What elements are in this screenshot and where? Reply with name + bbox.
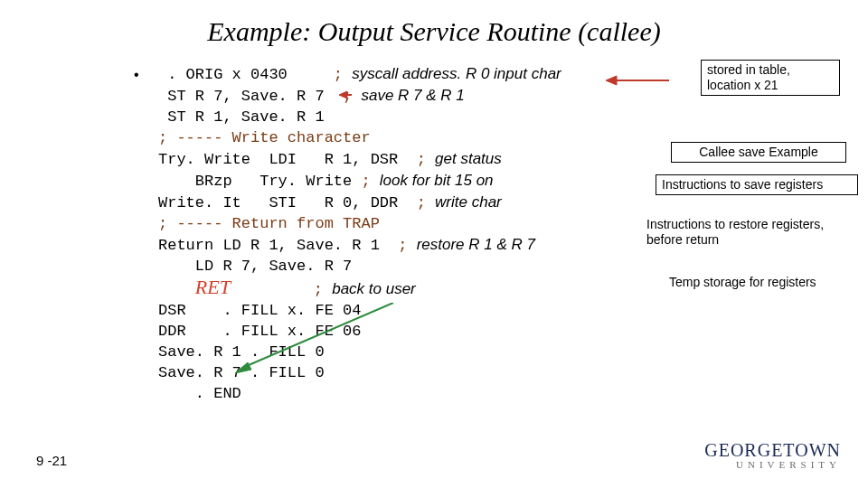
code-block: . ORIG x 0430 ; syscall address. R 0 inp… [158,63,637,404]
code-line-9c: restore R 1 & R 7 [417,236,535,253]
code-line-16: . END [158,385,241,402]
code-line-4: ; ----- Write character [158,129,371,146]
logo-bottom-text: UNIVERSITY [704,459,841,470]
code-line-11e: back to user [332,280,416,297]
code-line-1a: . ORIG x 0430 [158,66,334,83]
code-line-6a: BRzp Try. Write [158,173,361,190]
georgetown-logo: GEORGETOWN UNIVERSITY [704,440,841,470]
arrow-icon [235,303,398,375]
code-line-9b: ; [398,237,416,254]
logo-top-text: GEORGETOWN [704,440,841,460]
note-save-registers: Instructions to save registers [656,174,858,195]
svg-line-4 [242,303,393,368]
slide-number: 9 -21 [36,453,67,468]
code-line-11b: RET [195,276,231,298]
code-line-5a: Try. Write LDI R 1, DSR [158,151,417,168]
note-restore-registers: Instructions to restore registers,before… [646,217,859,248]
svg-marker-5 [235,362,251,373]
code-line-10: LD R 7, Save. R 7 [158,258,352,275]
code-line-5b: ; [417,151,435,168]
code-line-2a: ST R 7, Save. R 7 [158,88,343,105]
svg-marker-3 [339,91,347,99]
code-line-3: ST R 1, Save. R 1 [158,108,325,126]
code-line-7c: write char [435,193,502,211]
slide-title: Example: Output Service Routine (callee) [0,16,868,47]
code-line-7a: Write. It STI R 0, DDR [158,194,417,211]
code-line-2c: save R 7 & R 1 [361,87,464,104]
note-callee-save: Callee save Example [671,142,846,163]
arrow-icon [339,89,352,101]
code-line-9a: Return LD R 1, Save. R 1 [158,237,398,254]
code-line-7b: ; [417,194,435,211]
code-line-11a [158,281,195,298]
svg-marker-1 [606,76,617,85]
code-line-11d: ; [314,281,332,298]
note-temp-storage: Temp storage for registers [669,275,859,290]
code-line-6c: look for bit 15 on [380,172,494,189]
code-line-1b: ; [334,66,352,83]
bullet-marker: • [134,67,139,83]
code-line-1c: syscall address. R 0 input char [352,65,561,82]
slide: Example: Output Service Routine (callee)… [0,0,868,488]
code-line-6b: ; [361,173,379,190]
code-line-11c [231,281,314,298]
code-line-5c: get status [435,150,502,167]
arrow-icon [606,74,669,87]
code-line-8: ; ----- Return from TRAP [158,215,380,232]
note-stored-in-table: stored in table,location x 21 [701,60,840,96]
